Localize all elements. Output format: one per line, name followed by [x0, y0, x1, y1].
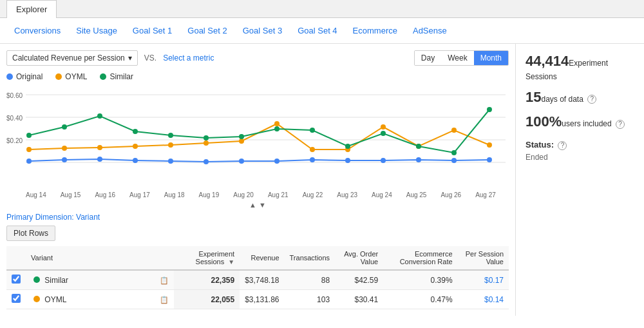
row1-checkbox-cell [6, 270, 26, 290]
svg-point-12 [204, 159, 209, 164]
row1-copy-icon[interactable]: 📋 [160, 276, 169, 284]
day-button[interactable]: Day [415, 51, 441, 65]
svg-point-31 [381, 124, 386, 130]
row1-per-session: $0.17 [458, 270, 509, 290]
metric-select[interactable]: Calculated Revenue per Session ▾ [6, 50, 138, 66]
svg-point-44 [345, 144, 350, 149]
x-label-aug14: Aug 14 [26, 191, 46, 198]
original-dot [6, 73, 13, 80]
date-buttons: Day Week Month [414, 50, 509, 66]
svg-point-23 [97, 145, 102, 150]
primary-dimension-row: Primary Dimension: Variant [6, 213, 509, 222]
svg-text:$0.20: $0.20 [6, 137, 23, 144]
days-count: 15 [526, 89, 541, 105]
row1-checkbox[interactable] [12, 275, 21, 284]
metric2-link[interactable]: Select a metric [163, 53, 214, 63]
row2-copy-cell: 📋 [155, 290, 174, 309]
th-variant: Variant [26, 246, 155, 270]
nav-goal-set-1[interactable]: Goal Set 1 [125, 23, 180, 38]
row2-checkbox[interactable] [12, 294, 21, 303]
sidebar: 44,414Experiment Sessions 15days of data… [515, 44, 644, 316]
legend-original-label: Original [16, 72, 43, 81]
svg-point-47 [451, 150, 457, 155]
svg-point-28 [274, 121, 279, 126]
x-label-aug17: Aug 17 [129, 191, 150, 198]
nav-ecommerce[interactable]: Ecommerce [345, 23, 405, 38]
primary-dimension-value[interactable]: Variant [76, 213, 100, 222]
nav-goal-set-2[interactable]: Goal Set 2 [180, 23, 234, 38]
tab-explorer[interactable]: Explorer [6, 0, 57, 18]
th-sessions: Experiment Sessions ▼ [174, 246, 240, 270]
svg-point-20 [487, 157, 492, 162]
toolbar: Calculated Revenue per Session ▾ VS. Sel… [6, 50, 509, 66]
th-revenue: Revenue [240, 246, 284, 270]
svg-point-48 [487, 107, 492, 112]
table-header-row: Variant Experiment Sessions ▼ Revenue Tr… [6, 246, 509, 270]
tab-bar: Explorer [0, 0, 644, 18]
svg-point-43 [310, 128, 315, 133]
svg-point-26 [204, 140, 209, 146]
x-axis: Aug 14 Aug 15 Aug 16 Aug 17 Aug 18 Aug 1… [6, 191, 509, 198]
x-label-aug20: Aug 20 [233, 191, 254, 198]
nav-goal-set-3[interactable]: Goal Set 3 [235, 23, 290, 38]
svg-point-9 [97, 157, 102, 162]
svg-point-38 [133, 129, 138, 134]
th-transactions: Transactions [285, 246, 336, 270]
users-stat: 100%users included ? [526, 112, 634, 132]
svg-point-25 [168, 142, 173, 148]
status-help-icon[interactable]: ? [558, 141, 567, 150]
nav-adsense[interactable]: AdSense [405, 23, 455, 38]
svg-point-39 [168, 133, 173, 138]
legend-similar-label: Similar [109, 72, 133, 81]
row2-revenue: $3,131.86 [240, 290, 284, 309]
metric-label: Calculated Revenue per Session [12, 53, 125, 63]
svg-point-45 [381, 131, 386, 136]
nav-goal-set-4[interactable]: Goal Set 4 [290, 23, 345, 38]
svg-point-13 [239, 159, 244, 164]
nav-site-usage[interactable]: Site Usage [68, 23, 125, 38]
svg-point-8 [62, 157, 67, 162]
nav-conversions[interactable]: Conversions [6, 23, 68, 38]
th-avg-order: Avg. Order Value [335, 246, 383, 270]
x-label-aug27: Aug 27 [475, 191, 496, 198]
x-label-aug18: Aug 18 [164, 191, 185, 198]
row1-avg-order: $42.59 [335, 270, 383, 290]
th-copy [155, 246, 174, 270]
svg-point-40 [204, 135, 209, 140]
x-label-aug23: Aug 23 [337, 191, 357, 198]
legend-original: Original [6, 72, 43, 81]
th-checkbox [6, 246, 26, 270]
svg-point-42 [274, 126, 279, 131]
row2-sessions: 22,055 [174, 290, 240, 309]
row2-variant-cell: OYML [26, 290, 155, 309]
days-label: days of data [541, 95, 583, 104]
x-label-aug15: Aug 15 [61, 191, 81, 198]
dropdown-icon: ▾ [128, 53, 132, 63]
week-button[interactable]: Week [441, 51, 473, 65]
svg-point-17 [381, 158, 386, 163]
row1-copy-cell: 📋 [155, 270, 174, 290]
th-per-session: Per Session Value [458, 246, 509, 270]
row2-transactions: 103 [285, 290, 336, 309]
sort-icon[interactable]: ▼ [228, 258, 234, 265]
row2-copy-icon[interactable]: 📋 [160, 296, 169, 304]
svg-point-7 [26, 159, 32, 164]
svg-point-24 [133, 144, 138, 149]
users-help-icon[interactable]: ? [616, 120, 625, 129]
plot-rows-button[interactable]: Plot Rows [6, 226, 55, 241]
svg-point-14 [274, 159, 279, 164]
chart-prev-icon[interactable]: ▲ [249, 201, 256, 209]
svg-point-29 [310, 147, 315, 152]
month-button[interactable]: Month [474, 51, 508, 65]
x-label-aug25: Aug 25 [406, 191, 427, 198]
days-help-icon[interactable]: ? [587, 95, 596, 104]
row1-transactions: 88 [285, 270, 336, 290]
legend-oyml: OYML [55, 72, 87, 81]
status-row: Status: ? Ended [526, 140, 634, 162]
chart-next-icon[interactable]: ▼ [259, 201, 266, 209]
svg-text:$0.40: $0.40 [6, 115, 23, 122]
svg-point-19 [451, 158, 457, 163]
svg-point-27 [239, 139, 244, 144]
svg-text:$0.60: $0.60 [6, 92, 23, 99]
row2-name: OYML [44, 295, 66, 304]
